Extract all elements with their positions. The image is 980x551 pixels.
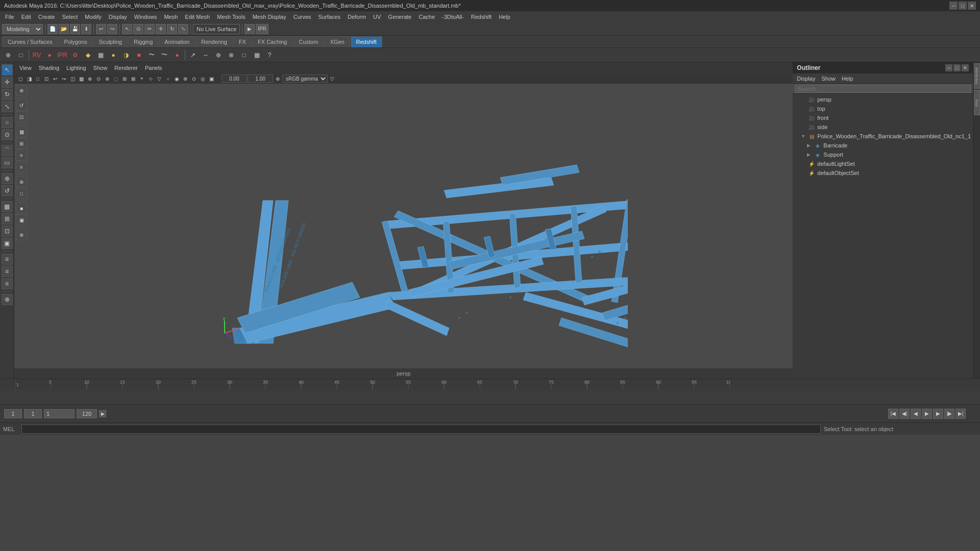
maximize-button[interactable]: □ [959,2,967,10]
vp-icon2[interactable]: ◨ [25,74,33,83]
vp-icon14[interactable]: ⊠ [129,74,137,83]
outliner-item-front[interactable]: 🎥 front [793,113,973,122]
outliner-maximize-btn[interactable]: □ [953,64,961,71]
rs-icon5[interactable]: ◆ [82,49,94,61]
frame-current-input[interactable] [24,409,42,418]
tab-animation[interactable]: Animation [159,36,195,47]
vp-menu-renderer[interactable]: Renderer [112,64,140,72]
save-btn[interactable]: 💾 [70,24,80,34]
outliner-item-persp[interactable]: 🎥 persp [793,95,973,104]
import-btn[interactable]: ⬇ [81,24,91,34]
tab-custom[interactable]: Custom [293,36,324,47]
soft-select-btn[interactable]: ○ [2,117,13,128]
curve-btn[interactable]: ⌒ [2,145,13,156]
redo-btn[interactable]: ↪ [107,24,117,34]
rotate-tool-btn[interactable]: ↻ [2,89,13,100]
play-forward-btn[interactable]: ▶ [922,409,932,419]
next-key-btn[interactable]: |▶ [944,409,954,419]
camera-btn[interactable]: ⊡ [2,226,13,237]
vp-icon16[interactable]: ⊹ [146,74,155,83]
menu-edit[interactable]: Edit [18,13,34,21]
paint-btn[interactable]: ✏ [144,24,155,34]
render-region-btn[interactable]: ▣ [2,238,13,249]
undo-btn[interactable]: ↩ [96,24,106,34]
snap-btn[interactable]: ⊙ [2,129,13,140]
rs-icon3[interactable]: IPR [56,49,68,61]
vp-icon3[interactable]: □ [34,74,42,83]
rs-icon17[interactable]: □ [238,49,250,61]
vp-icon17[interactable]: ▽ [155,74,163,83]
new-scene-btn[interactable]: 📄 [47,24,58,34]
tab-curves-surfaces[interactable]: Curves / Surfaces [2,36,58,47]
tab-fx[interactable]: FX [233,36,252,47]
color-mode-select[interactable]: sRGB gamma [282,74,328,83]
misc-btn[interactable]: ⊕ [2,294,13,305]
vp-value2[interactable] [248,74,273,83]
mode-dropdown[interactable]: Modeling [2,24,43,34]
vlm-btn5[interactable]: ⊞ [16,138,27,149]
prev-key-btn[interactable]: ◀| [899,409,910,419]
vlm-btn7[interactable]: ≡ [16,161,27,172]
vlm-btn1[interactable]: ⊕ [16,85,27,96]
move-btn[interactable]: ✛ [156,24,166,34]
rs-help-btn[interactable]: ? [263,49,276,61]
side-tab-attributes[interactable]: Attributes [974,63,980,89]
channel-btn[interactable]: ≡ [2,266,13,277]
outliner-menu-help[interactable]: Help [840,74,855,83]
menu-mesh[interactable]: Mesh [161,13,181,21]
frame-start-input[interactable] [4,409,22,418]
vp-icon13[interactable]: ⊞ [120,74,129,83]
side-tab-tool[interactable]: Tool [974,90,980,115]
vp-icon11[interactable]: ⊗ [103,74,111,83]
close-button[interactable]: ✕ [968,2,976,10]
menu-mesh-tools[interactable]: Mesh Tools [214,13,248,21]
vp-icon8[interactable]: ▦ [77,74,85,83]
rotate-btn[interactable]: ↻ [167,24,177,34]
frame-end-input[interactable] [77,409,97,418]
lasso-btn[interactable]: ⊙ [133,24,143,34]
vlm-btn9[interactable]: □ [16,188,27,199]
vp-menu-shading[interactable]: Shading [37,64,61,72]
vp-menu-view[interactable]: View [17,64,34,72]
rs-icon12[interactable]: ● [171,49,183,61]
scale-tool-btn[interactable]: ⤡ [2,101,13,112]
vp-icon18[interactable]: ○ [164,74,172,83]
rs-icon14[interactable]: ↔ [200,49,212,61]
menu-display[interactable]: Display [106,13,130,21]
menu-curves[interactable]: Curves [290,13,314,21]
vp-icon5[interactable]: ↩ [51,74,59,83]
rs-icon7[interactable]: ● [107,49,119,61]
outliner-item-top[interactable]: 🎥 top [793,104,973,113]
vp-icon4[interactable]: ⊡ [42,74,51,83]
vp-icon10[interactable]: ⊙ [94,74,103,83]
tab-redshift[interactable]: Redshift [351,36,382,47]
menu-edit-mesh[interactable]: Edit Mesh [182,13,213,21]
vp-icon24[interactable]: ⊕ [274,74,282,83]
move-tool-btn[interactable]: ✛ [2,77,13,88]
vlm-btn10[interactable]: ■ [16,203,27,214]
outliner-item-barricade[interactable]: ▶ ◈ Barricade [793,141,973,150]
vp-menu-lighting[interactable]: Lighting [64,64,88,72]
outliner-menu-show[interactable]: Show [819,74,838,83]
vp-value1[interactable] [222,74,247,83]
rs-icon15[interactable]: ⊕ [212,49,225,61]
rs-icon8[interactable]: ◑ [120,49,132,61]
menu-file[interactable]: File [2,13,17,21]
menu-deform[interactable]: Deform [345,13,369,21]
vlm-btn11[interactable]: ▣ [16,214,27,226]
vlm-btn4[interactable]: ▦ [16,126,27,137]
tab-fx-caching[interactable]: FX Caching [252,36,292,47]
vp-icon20[interactable]: ⊕ [181,74,189,83]
vlm-btn8[interactable]: ⊕ [16,176,27,187]
menu-select[interactable]: Select [59,13,81,21]
rs-icon1[interactable]: RV [31,49,43,61]
vp-icon23[interactable]: ▣ [207,74,215,83]
rs-icon2[interactable]: ● [43,49,56,61]
vp-icon12[interactable]: ◌ [112,74,120,83]
rs-icon10[interactable]: 〜 [145,49,158,61]
minimize-button[interactable]: ─ [949,2,958,10]
rs-icon16[interactable]: ⊗ [225,49,237,61]
vp-icon7[interactable]: ◫ [68,74,77,83]
vp-icon9[interactable]: ⊕ [86,74,94,83]
vp-icon25[interactable]: ▽ [328,74,336,83]
